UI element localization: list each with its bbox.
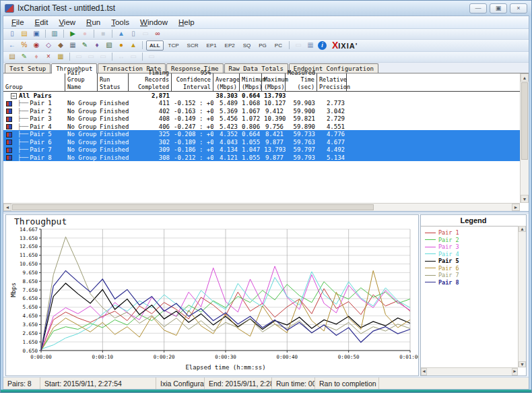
table-row-pair-1[interactable]: ├──Pair 1No GroupFinished411-0.152 : +0.… <box>3 99 529 107</box>
table-cell: 1.072 <box>240 115 262 122</box>
filter-tcp[interactable]: TCP <box>165 40 182 51</box>
legend-horizontal-scrollbar[interactable]: ◄ ► <box>421 367 518 375</box>
edit-pair-icon[interactable]: ✎ <box>79 40 90 50</box>
filter-sq[interactable]: SQ <box>240 40 255 51</box>
menu-help[interactable]: Help <box>173 17 200 28</box>
lock-icon: ▭ <box>146 52 157 61</box>
undo-icon[interactable]: ← <box>7 40 18 50</box>
column-header[interactable]: Pair Group Name <box>65 73 98 91</box>
column-header[interactable]: Timing Records Completed <box>129 73 172 91</box>
add-pair-icon[interactable]: ◉ <box>31 40 42 50</box>
scroll-down-icon[interactable]: ▼ <box>519 361 526 367</box>
table-cell: Finished <box>98 123 129 130</box>
tab-raw-data-totals[interactable]: Raw Data Totals <box>224 63 288 73</box>
menu-run[interactable]: Run <box>81 17 106 28</box>
delete-pair-icon[interactable]: × <box>43 52 54 61</box>
add-endpoint-icon[interactable]: ◆ <box>55 40 66 50</box>
column-header[interactable]: 95% Confidence Interval <box>172 73 213 91</box>
legend-item-pair-5[interactable]: Pair 5 <box>422 258 525 265</box>
svg-text:0:00:20: 0:00:20 <box>154 354 175 360</box>
pointer-icon[interactable]: ▲ <box>116 29 127 38</box>
find-binoculars-icon[interactable]: ∞ <box>152 29 163 38</box>
restore-button[interactable]: ▣ <box>490 3 507 13</box>
console-icon[interactable]: ▦ <box>67 40 78 50</box>
legend-item-pair-2[interactable]: Pair 2 <box>422 237 525 244</box>
table-cell: Finished <box>98 100 129 107</box>
table-cell: 13.793 <box>262 92 286 99</box>
menu-edit[interactable]: Edit <box>30 17 54 28</box>
filter-pg[interactable]: PG <box>255 40 270 51</box>
edit-script-icon[interactable]: ✎ <box>19 52 30 61</box>
save-test-icon[interactable]: ▣ <box>31 29 42 38</box>
scroll-left-icon[interactable]: ◄ <box>3 204 11 211</box>
script-book-icon[interactable]: ▧ <box>104 40 114 50</box>
legend-item-pair-6[interactable]: Pair 6 <box>422 265 525 272</box>
legend-vertical-scrollbar[interactable]: ▲ ▼ <box>518 226 526 367</box>
info-icon[interactable]: i <box>318 41 327 50</box>
tab-test-setup[interactable]: Test Setup <box>5 63 51 73</box>
legend-item-pair-8[interactable]: Pair 8 <box>422 279 525 286</box>
column-header[interactable]: Minimum (Mbps) <box>240 73 262 91</box>
legend-item-pair-4[interactable]: Pair 4 <box>422 251 525 258</box>
table-horizontal-scrollbar[interactable]: ◄ ► <box>3 203 520 211</box>
table-row-pair-5[interactable]: ├──Pair 5No GroupFinished325-0.208 : +0.… <box>3 130 529 138</box>
filter-ep1[interactable]: EP1 <box>203 40 220 51</box>
table-row-pair-7[interactable]: ├──Pair 7No GroupFinished309-0.186 : +0.… <box>3 146 529 154</box>
menu-view[interactable]: View <box>53 17 81 28</box>
wizard-icon[interactable]: ♦ <box>92 40 102 50</box>
copy-pair-icon[interactable]: ▤ <box>7 52 18 61</box>
minimize-button[interactable]: — <box>469 3 487 13</box>
filter-ep2[interactable]: EP2 <box>222 40 238 51</box>
group-pairs-icon[interactable]: ▦ <box>55 52 66 61</box>
table-row-pair-8[interactable]: ├──Pair 8No GroupFinished308-0.212 : +0.… <box>3 154 529 162</box>
schedule-icon[interactable]: ● <box>116 40 127 50</box>
svg-text:0:01:00: 0:01:00 <box>399 354 419 360</box>
scroll-right-icon[interactable]: ► <box>512 368 518 375</box>
open-test-icon[interactable]: ▤ <box>19 29 30 38</box>
table-row-pair-4[interactable]: ├──Pair 4No GroupFinished406-0.247 : +0.… <box>3 123 529 131</box>
scroll-right-icon[interactable]: ► <box>512 204 520 211</box>
table-cell: 309 <box>129 146 172 153</box>
filter-scr[interactable]: SCR <box>184 40 202 51</box>
scroll-left-icon[interactable]: ◄ <box>421 368 427 375</box>
scroll-up-icon[interactable]: ▲ <box>519 226 526 232</box>
svg-text:7.650: 7.650 <box>22 287 38 293</box>
table-cell: 5.423 <box>213 123 240 130</box>
table-cell: No Group <box>65 146 98 153</box>
legend-item-pair-3[interactable]: Pair 3 <box>422 243 525 251</box>
filter-all[interactable]: ALL <box>146 40 164 51</box>
report-icon[interactable]: ▯ <box>128 29 139 38</box>
replicate-pair-icon[interactable]: ♦ <box>31 52 42 61</box>
menu-window[interactable]: Window <box>135 17 173 28</box>
collapse-icon[interactable]: − <box>11 93 17 99</box>
tree-branch: ├── <box>18 115 28 122</box>
table-row-pair-3[interactable]: ├──Pair 3No GroupFinished408-0.149 : +0.… <box>3 115 529 123</box>
table-row-all-pairs[interactable]: −All Pairs2,87138.3030.66413.793 <box>3 92 529 100</box>
scrollbar-thumb[interactable] <box>12 204 374 210</box>
table-row-pair-2[interactable]: ├──Pair 2No GroupFinished402-0.163 : +0.… <box>3 107 529 115</box>
filter-pc[interactable]: PC <box>271 40 286 51</box>
percent-icon[interactable]: % <box>19 40 30 50</box>
column-header[interactable]: Average (Mbps) <box>213 73 240 91</box>
table-row-pair-6[interactable]: ├──Pair 6No GroupFinished302-0.189 : +0.… <box>3 138 529 146</box>
column-header[interactable]: Measured Time (sec) <box>286 73 317 91</box>
column-header[interactable]: Maximum (Mbps) <box>262 73 286 91</box>
close-button[interactable]: × <box>510 3 527 13</box>
legend-item-pair-7[interactable]: Pair 7 <box>422 272 525 279</box>
table-vertical-scrollbar[interactable]: ▲ ▼ <box>520 73 529 203</box>
column-header[interactable]: Relative Precision <box>317 73 347 91</box>
column-header[interactable]: Group <box>3 73 65 91</box>
scroll-up-icon[interactable]: ▲ <box>521 73 529 82</box>
print-icon[interactable]: ▥ <box>49 29 60 38</box>
scrollbar-thumb[interactable] <box>521 82 528 160</box>
view-b-icon[interactable]: ▦ <box>305 40 316 50</box>
add-multicast-icon[interactable]: ◇ <box>43 40 54 50</box>
menu-tools[interactable]: Tools <box>106 17 135 28</box>
column-header[interactable]: Run Status <box>98 73 129 91</box>
menu-file[interactable]: File <box>6 17 30 28</box>
run-test-icon[interactable]: ▶ <box>67 29 78 38</box>
new-test-icon[interactable]: ▯ <box>7 29 18 38</box>
alert-icon[interactable]: ▲ <box>128 40 139 50</box>
legend-item-pair-1[interactable]: Pair 1 <box>422 229 525 237</box>
scroll-down-icon[interactable]: ▼ <box>521 195 529 203</box>
